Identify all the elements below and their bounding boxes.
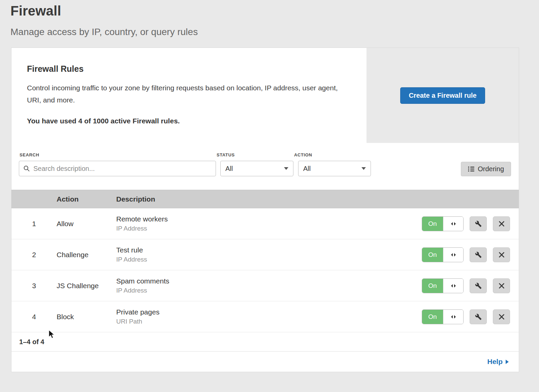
rule-match-type: IP Address (116, 256, 422, 263)
toggle-arrows-icon (443, 310, 463, 324)
status-filter: STATUS All (216, 152, 293, 176)
toggle-on-label: On (422, 248, 443, 262)
firewall-page: Firewall Manage access by IP, country, o… (0, 0, 539, 392)
action-filter: ACTION All (293, 152, 371, 176)
ordering-button[interactable]: Ordering (461, 162, 511, 176)
edit-rule-button[interactable] (470, 309, 487, 324)
status-label: STATUS (217, 152, 293, 157)
action-label: ACTION (294, 152, 371, 157)
page-subtitle: Manage access by IP, country, or query r… (0, 19, 539, 37)
table-header: Action Description (11, 190, 519, 208)
toggle-arrows-icon (443, 279, 463, 293)
table-row: 2 Challenge Test rule IP Address On (11, 239, 519, 270)
page-title: Firewall (0, 0, 539, 19)
table-header-action: Action (57, 195, 116, 203)
delete-rule-button[interactable] (493, 309, 510, 324)
rule-toggle[interactable]: On (422, 309, 464, 324)
toggle-on-label: On (422, 217, 443, 231)
rule-action: Allow (57, 220, 116, 228)
edit-rule-button[interactable] (470, 278, 487, 293)
card-heading: Firewall Rules (27, 64, 353, 74)
rule-description: Test rule (116, 246, 422, 254)
filters-bar: SEARCH STATUS All (11, 143, 519, 190)
rule-description-cell: Private pages URI Path (116, 308, 422, 325)
table-row: 4 Block Private pages URI Path On (11, 301, 519, 332)
close-icon (499, 252, 505, 258)
close-icon (499, 221, 505, 227)
card-header-text: Firewall Rules Control incoming traffic … (11, 48, 367, 143)
rule-match-type: URI Path (116, 318, 422, 325)
delete-rule-button[interactable] (493, 247, 510, 262)
mouse-cursor (48, 330, 56, 339)
wrench-icon (475, 251, 482, 258)
rule-controls: On (422, 247, 519, 262)
edit-rule-button[interactable] (470, 247, 487, 262)
rule-action: Block (57, 313, 116, 321)
rule-index: 4 (11, 313, 57, 321)
search-filter: SEARCH (19, 152, 216, 176)
rule-action: JS Challenge (57, 282, 116, 290)
rule-toggle[interactable]: On (422, 278, 464, 293)
card-header-side-panel: Create a Firewall rule (367, 48, 519, 143)
rule-description-cell: Remote workers IP Address (116, 215, 422, 232)
status-select[interactable]: All (220, 161, 293, 176)
rule-controls: On (422, 278, 519, 293)
edit-rule-button[interactable] (470, 216, 487, 231)
rule-match-type: IP Address (116, 225, 422, 232)
chevron-down-icon (361, 167, 366, 170)
rule-controls: On (422, 216, 519, 231)
chevron-down-icon (284, 167, 288, 170)
toggle-on-label: On (422, 279, 443, 293)
create-firewall-rule-button[interactable]: Create a Firewall rule (400, 87, 485, 104)
rule-description: Private pages (116, 308, 422, 316)
help-row: Help (11, 352, 519, 372)
table-row: 1 Allow Remote workers IP Address On (11, 208, 519, 239)
help-arrow-icon (506, 360, 509, 364)
search-label: SEARCH (20, 152, 216, 157)
card-header: Firewall Rules Control incoming traffic … (11, 48, 519, 143)
rule-index: 1 (11, 220, 57, 228)
action-select[interactable]: All (298, 161, 371, 176)
wrench-icon (475, 313, 482, 320)
action-select-value: All (303, 165, 311, 173)
delete-rule-button[interactable] (493, 216, 510, 231)
help-link[interactable]: Help (487, 358, 509, 366)
rule-description-cell: Spam comments IP Address (116, 277, 422, 294)
rule-toggle[interactable]: On (422, 247, 464, 262)
rule-description: Spam comments (116, 277, 422, 285)
wrench-icon (475, 282, 482, 289)
ordering-list-icon (468, 166, 474, 172)
close-icon (499, 314, 505, 320)
table-row: 3 JS Challenge Spam comments IP Address … (11, 270, 519, 301)
rule-match-type: IP Address (116, 287, 422, 294)
wrench-icon (475, 220, 482, 227)
toggle-arrows-icon (443, 248, 463, 262)
search-icon (23, 165, 30, 172)
rule-action: Challenge (57, 251, 116, 259)
rule-toggle[interactable]: On (422, 216, 464, 231)
toggle-arrows-icon (443, 217, 463, 231)
table-header-description: Description (116, 195, 519, 203)
rule-description: Remote workers (116, 215, 422, 223)
firewall-rules-card: Firewall Rules Control incoming traffic … (11, 48, 519, 372)
toggle-on-label: On (422, 310, 443, 324)
rule-description-cell: Test rule IP Address (116, 246, 422, 263)
rule-index: 2 (11, 251, 57, 259)
search-input[interactable] (19, 161, 216, 176)
rule-index: 3 (11, 282, 57, 290)
close-icon (499, 283, 505, 289)
search-input-wrap (19, 161, 216, 176)
delete-rule-button[interactable] (493, 278, 510, 293)
pagination-count: 1–4 of 4 (11, 332, 519, 352)
status-select-value: All (225, 165, 233, 173)
card-usage-text: You have used 4 of 1000 active Firewall … (27, 117, 353, 125)
help-link-label: Help (487, 358, 503, 366)
card-description: Control incoming traffic to your zone by… (27, 82, 347, 106)
rule-controls: On (422, 309, 519, 324)
ordering-button-label: Ordering (478, 165, 504, 173)
